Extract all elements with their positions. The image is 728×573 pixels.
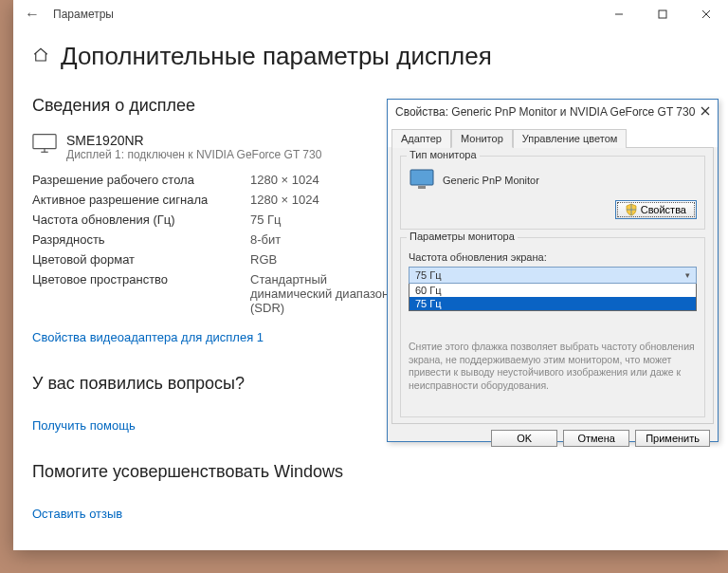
back-button[interactable]: ← <box>25 6 53 23</box>
page-header: Дополнительные параметры дисплея <box>32 42 709 71</box>
refresh-hint: Снятие этого флажка позволяет выбрать ча… <box>409 341 697 393</box>
tab-color[interactable]: Управление цветом <box>513 129 628 148</box>
ok-button[interactable]: OK <box>491 430 557 447</box>
svg-rect-10 <box>418 186 426 189</box>
monitor-properties-dialog: Свойства: Generic PnP Monitor и NVIDIA G… <box>387 99 719 442</box>
tab-monitor[interactable]: Монитор <box>451 129 513 148</box>
page-title: Дополнительные параметры дисплея <box>61 42 492 71</box>
feedback-link[interactable]: Оставить отзыв <box>32 507 122 521</box>
adapter-properties-link[interactable]: Свойства видеоадаптера для дисплея 1 <box>32 330 264 344</box>
monitor-type-group: Тип монитора Generic PnP Monitor Свойств… <box>400 156 705 230</box>
monitor-params-group: Параметры монитора Частота обновления эк… <box>400 237 705 417</box>
refresh-rate-label: Частота обновления экрана: <box>409 251 697 263</box>
titlebar: ← Параметры <box>13 0 728 28</box>
window-controls <box>597 0 728 28</box>
dialog-tabs: Адаптер Монитор Управление цветом <box>388 124 718 147</box>
dialog-titlebar: Свойства: Generic PnP Monitor и NVIDIA G… <box>388 100 718 124</box>
monitor-type-value: Generic PnP Monitor <box>443 175 539 186</box>
monitor-icon <box>32 133 57 161</box>
svg-rect-4 <box>33 135 56 149</box>
monitor-type-label: Тип монитора <box>407 149 480 160</box>
monitor-small-icon <box>409 168 435 193</box>
refresh-option-60[interactable]: 60 Гц <box>410 284 696 297</box>
svg-rect-9 <box>410 170 433 185</box>
minimize-button[interactable] <box>597 0 641 28</box>
chevron-down-icon: ▾ <box>685 270 690 280</box>
refresh-rate-dropdown: 60 Гц 75 Гц <box>409 284 697 311</box>
apply-button[interactable]: Применить <box>635 430 710 447</box>
cancel-button[interactable]: Отмена <box>563 430 629 447</box>
feedback-heading: Помогите усовершенствовать Windows <box>32 462 709 482</box>
home-icon[interactable] <box>32 46 49 67</box>
tab-adapter[interactable]: Адаптер <box>391 129 451 148</box>
dialog-button-row: OK Отмена Применить <box>388 424 718 453</box>
refresh-rate-selected: 75 Гц <box>415 269 442 281</box>
refresh-option-75[interactable]: 75 Гц <box>410 297 696 310</box>
monitor-subtext: Дисплей 1: подключен к NVIDIA GeForce GT… <box>66 148 321 161</box>
refresh-rate-combo[interactable]: 75 Гц ▾ <box>409 267 697 284</box>
dialog-title: Свойства: Generic PnP Monitor и NVIDIA G… <box>395 105 701 119</box>
maximize-button[interactable] <box>641 0 684 28</box>
tab-body: Тип монитора Generic PnP Monitor Свойств… <box>391 147 714 424</box>
shield-icon <box>626 203 637 216</box>
get-help-link[interactable]: Получить помощь <box>32 418 136 433</box>
monitor-name: SME1920NR <box>66 133 321 148</box>
window-title: Параметры <box>53 8 597 21</box>
dialog-close-button[interactable] <box>701 105 710 119</box>
monitor-params-label: Параметры монитора <box>407 231 518 242</box>
close-button[interactable] <box>684 0 728 28</box>
svg-rect-1 <box>659 10 666 18</box>
monitor-properties-button[interactable]: Свойства <box>615 200 697 219</box>
